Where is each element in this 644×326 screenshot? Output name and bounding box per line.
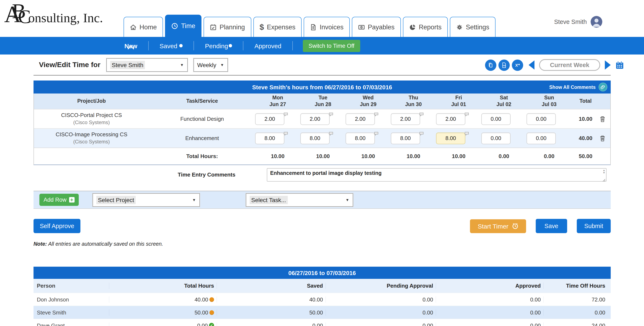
comment-flag-icon[interactable] [374,112,379,117]
comments-label: Time Entry Comments [34,168,236,178]
pdf-export-icon[interactable]: PDF [498,59,510,71]
note-text: All entries are automatically saved on t… [47,241,163,247]
tab-time[interactable]: Time [165,15,202,37]
self-approve-button[interactable]: Self Approve [34,219,80,233]
comment-flag-icon[interactable] [329,112,334,117]
hours-input-thu[interactable] [391,113,420,125]
tab-invoices[interactable]: Invoices [304,17,350,37]
comment-flag-icon[interactable] [419,132,424,136]
excel-export-icon[interactable]: X [512,59,523,71]
start-timer-button[interactable]: Start Timer [470,219,526,233]
current-week-button[interactable]: Current Week [539,59,600,71]
delete-row-icon[interactable] [600,116,610,122]
hours-input-fri[interactable] [436,113,465,125]
hours-input-sat[interactable] [481,113,510,125]
calendar-check-icon [210,24,216,31]
subnav-item-approved[interactable]: Approved [244,42,292,49]
tab-reports[interactable]: Reports [403,17,448,37]
summary-row[interactable]: Dave Grant 0.00✓ 0.00 0.00 0.00 24.00 [34,319,611,326]
hours-input-sun[interactable] [526,132,556,144]
column-header-day: TueJun 28 [300,95,346,108]
tab-label: Time [181,22,196,30]
day-total: 0.00 [526,153,572,159]
paperclip-icon[interactable] [598,83,607,91]
resize-handle-icon[interactable] [602,178,606,182]
summary-row[interactable]: Steve Smith 50.00 50.00 0.00 0.00 0.00 [34,306,611,319]
save-button[interactable]: Save [536,219,567,233]
divider [292,41,292,50]
gear-icon [456,24,463,31]
hours-input-sat[interactable] [481,132,510,144]
comment-flag-icon[interactable] [464,132,469,136]
time-off-cell: 72.00 [543,296,611,302]
week-controls: PDF X Current Week [485,59,624,71]
action-buttons-row: Self Approve Start Timer Save Submit [34,219,611,233]
tab-expenses[interactable]: $ Expenses [253,17,302,37]
tab-settings[interactable]: Settings [450,17,496,37]
hours-input-fri[interactable] [436,132,465,144]
comment-flag-icon[interactable] [374,132,379,136]
total-hours-cell: 0.00✓ [109,322,216,326]
row-total: 40.00 [572,135,600,141]
view-edit-label: View/Edit Time for [39,61,100,69]
next-week-arrow[interactable] [605,60,611,70]
add-row-button[interactable]: Add Row + [39,194,79,206]
comment-flag-icon[interactable] [284,112,288,117]
avatar[interactable] [590,16,602,28]
day-total: 10.00 [300,153,346,159]
calendar-icon[interactable] [615,61,624,69]
column-header-day: WedJun 29 [346,95,391,108]
comments-textarea[interactable]: Enhancement to portal image display test… [267,168,606,182]
select-task-dropdown[interactable]: Select Task... ▼ [246,193,353,206]
column-header-project: Project/Job [34,98,149,104]
chevron-down-icon: ▼ [180,63,184,67]
comment-flag-icon[interactable] [419,112,424,117]
subnav-label: Pending [205,42,228,49]
subnav-item-pending[interactable]: Pending [194,42,243,49]
tab-label: Planning [220,23,245,31]
hours-input-tue[interactable] [300,132,330,144]
summary-title-bar: 06/27/2016 to 07/03/2016 [34,267,611,279]
approved-check-icon: ✓ [209,323,214,326]
user-menu[interactable]: Steve Smith [554,16,602,28]
hours-input-sun[interactable] [526,113,556,125]
switch-to-time-off-button[interactable]: Switch to Time Off [303,40,360,52]
hours-input-tue[interactable] [300,113,330,125]
submit-button[interactable]: Submit [577,219,611,233]
person-select-value: Steve Smith [110,61,145,69]
main-nav: Home Time Planning $ Expenses Invoices P… [124,15,496,37]
hours-input-wed[interactable] [346,113,375,125]
tab-payables[interactable]: Payables [352,17,401,37]
hours-input-mon[interactable] [255,113,284,125]
comment-flag-icon[interactable] [329,132,334,136]
tab-label: Reports [419,23,442,31]
previous-week-arrow[interactable] [528,60,534,70]
tab-label: Home [140,23,157,31]
comment-flag-icon[interactable] [464,112,469,117]
tab-planning[interactable]: Planning [204,17,251,37]
person-select[interactable]: Steve Smith ▼ [106,58,188,72]
select-project-dropdown[interactable]: Select Project ▼ [92,193,200,206]
show-all-comments-link[interactable]: Show All Comments [549,85,596,90]
tab-home[interactable]: Home [124,17,163,37]
subnav-item-saved[interactable]: Saved [149,42,194,49]
app-window: ABConsulting, Inc. Home Time Planning $ … [0,0,644,326]
period-select[interactable]: Weekly ▼ [194,58,228,72]
day-total: 10.00 [255,153,300,159]
top-header: ABConsulting, Inc. Home Time Planning $ … [0,0,644,37]
copy-export-icon[interactable] [485,59,496,71]
comment-flag-icon[interactable] [284,132,288,136]
hours-input-mon[interactable] [255,132,284,144]
hours-input-thu[interactable] [391,132,420,144]
delete-row-icon[interactable] [600,135,610,142]
tab-label: Payables [368,23,394,31]
summary-row[interactable]: Don Johnson 40.00 40.00 0.00 0.00 72.00 [34,293,611,306]
timesheet-title: Steve Smith's hours from 06/27/2016 to 0… [34,84,611,90]
pending-status-dot [210,297,214,302]
subnav-item-new[interactable]: New [124,42,148,49]
hours-input-wed[interactable] [346,132,375,144]
timesheet-table: Steve Smith's hours from 06/27/2016 to 0… [34,81,611,165]
column-header-day: MonJun 27 [255,95,300,108]
saved-cell: 50.00 [216,309,326,315]
saved-cell: 40.00 [216,296,326,302]
